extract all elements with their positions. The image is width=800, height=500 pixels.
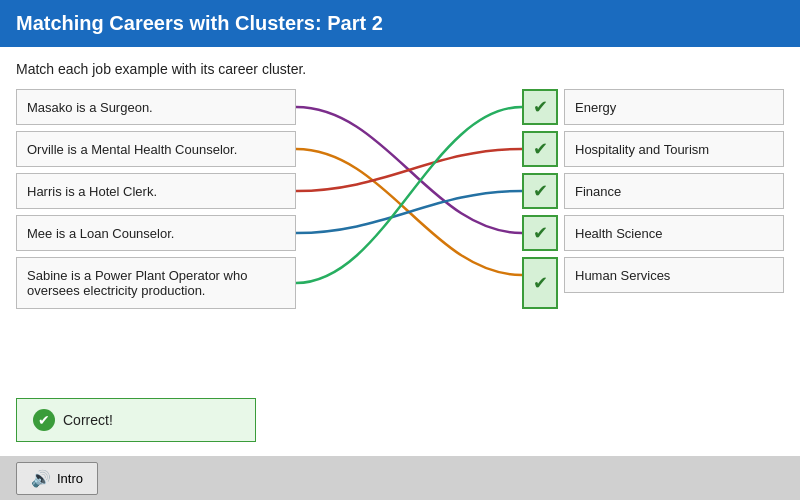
right-item-1: Energy [564, 89, 784, 125]
feedback-box: ✔ Correct! [16, 398, 256, 442]
left-column: Masako is a Surgeon.Orville is a Mental … [16, 89, 296, 386]
speaker-icon: 🔊 [31, 469, 51, 488]
right-item-2: Hospitality and Tourism [564, 131, 784, 167]
page-title: Matching Careers with Clusters: Part 2 [16, 12, 784, 35]
intro-label: Intro [57, 471, 83, 486]
left-item-4: Mee is a Loan Counselor. [16, 215, 296, 251]
check-box-2: ✔ [522, 131, 558, 167]
header: Matching Careers with Clusters: Part 2 [0, 0, 800, 47]
feedback-area: ✔ Correct! [16, 398, 784, 442]
feedback-text: Correct! [63, 412, 113, 428]
curve-path [296, 107, 522, 233]
right-item-4: Health Science [564, 215, 784, 251]
correct-icon: ✔ [33, 409, 55, 431]
curve-path [296, 191, 522, 233]
curve-path [296, 107, 522, 283]
left-item-1: Masako is a Surgeon. [16, 89, 296, 125]
check-box-5: ✔ [522, 257, 558, 309]
curve-path [296, 149, 522, 191]
left-item-5: Sabine is a Power Plant Operator who ove… [16, 257, 296, 309]
check-column: ✔✔✔✔✔ [522, 89, 564, 386]
right-item-5: Human Services [564, 257, 784, 293]
left-item-2: Orville is a Mental Health Counselor. [16, 131, 296, 167]
check-box-4: ✔ [522, 215, 558, 251]
middle-area [296, 89, 522, 386]
left-item-3: Harris is a Hotel Clerk. [16, 173, 296, 209]
curve-path [296, 149, 522, 275]
curves-svg [296, 89, 522, 386]
check-box-3: ✔ [522, 173, 558, 209]
instruction: Match each job example with its career c… [16, 61, 784, 77]
main-content: Match each job example with its career c… [0, 47, 800, 456]
check-box-1: ✔ [522, 89, 558, 125]
bottom-bar: 🔊 Intro [0, 456, 800, 500]
right-column: EnergyHospitality and TourismFinanceHeal… [564, 89, 784, 386]
intro-button[interactable]: 🔊 Intro [16, 462, 98, 495]
app-container: Matching Careers with Clusters: Part 2 M… [0, 0, 800, 500]
matching-area: Masako is a Surgeon.Orville is a Mental … [16, 89, 784, 386]
right-item-3: Finance [564, 173, 784, 209]
